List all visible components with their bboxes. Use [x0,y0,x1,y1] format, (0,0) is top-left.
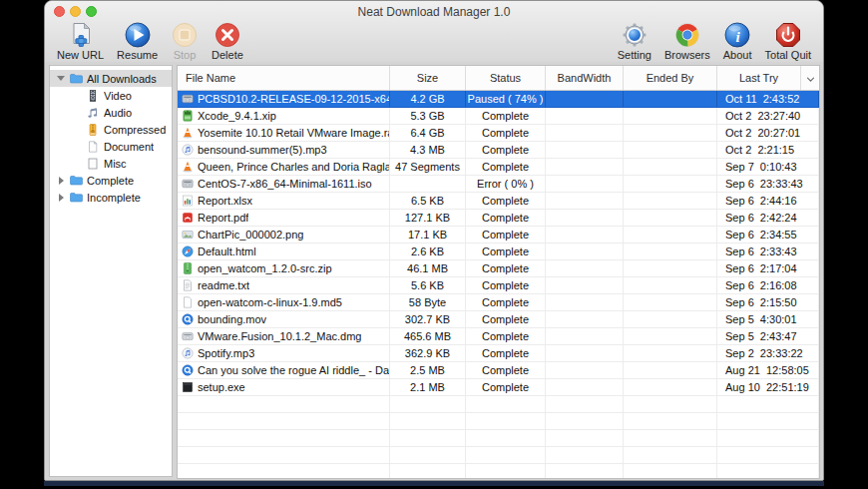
table-row[interactable]: open-watcom-c-linux-1.9.md558 ByteComple… [178,294,819,311]
column-header-label: Size [417,72,438,84]
table-row[interactable]: CentOS-7-x86_64-Minimal-1611.isoError ( … [178,176,819,193]
empty-cell [178,396,390,412]
size-cell: 4.3 MB [390,142,466,158]
table-row[interactable]: Report.pdf127.1 KBCompleteSep 6 2:42:24 [178,210,819,227]
vlc-cone-icon [182,127,194,139]
empty-row [178,447,819,464]
file-name-cell: open-watcom-c-linux-1.9.md5 [178,294,390,310]
size-cell: 46.1 MB [390,260,466,276]
bandwidth-cell [546,125,624,141]
empty-row [178,413,819,430]
table-row[interactable]: Queen, Prince Charles and Doria Ragland … [178,159,819,176]
file-name-cell: Can you solve the rogue AI riddle_ - Dan… [178,362,390,378]
table-row[interactable]: Default.html2.6 KBCompleteSep 6 2:33:43 [178,244,819,260]
file-name-label: ChartPic_000002.png [198,229,303,241]
last-try-cell: Sep 6 2:16:08 [717,277,819,293]
cell-value: Sep 6 2:17:04 [725,262,797,274]
title-bar[interactable]: Neat Download Manager 1.0 [45,1,823,20]
sidebar-item-video[interactable]: Video [50,87,172,104]
empty-cell [390,413,466,429]
file-name-label: PCBSD10.2-RELEASE-09-12-2015-x64-DV [198,93,389,105]
sidebar-item-document[interactable]: Document [50,138,172,155]
ended-by-cell [624,159,717,175]
header-options-button[interactable] [801,66,819,90]
table-row[interactable]: Yosemite 10.10 Retail VMware Image.rar6.… [178,125,819,142]
empty-cell [624,396,717,412]
sidebar-item-complete[interactable]: Complete [50,172,172,189]
music-note-icon [87,107,100,119]
table-body: PCBSD10.2-RELEASE-09-12-2015-x64-DV4.2 G… [178,91,819,479]
disclosure-triangle[interactable] [56,193,66,203]
last-try-cell: Aug 10 22:51:19 [717,379,819,395]
empty-row [178,464,819,479]
stop-icon [171,21,199,49]
toolbar-button-browsers[interactable]: Browsers [664,21,710,61]
column-header-status[interactable]: Status [466,66,546,90]
last-try-cell: Sep 6 2:42:24 [717,210,819,226]
column-header-ended-by[interactable]: Ended By [624,66,717,90]
table-row[interactable]: readme.txt5.6 KBCompleteSep 6 2:16:08 [178,277,819,294]
toolbar-button-label: Resume [117,49,158,61]
empty-cell [390,464,466,479]
toolbar-button-stop[interactable]: Stop [171,21,199,61]
toolbar-button-label: Browsers [664,49,710,61]
table-row[interactable]: open_watcom_1.2.0-src.zip46.1 MBComplete… [178,260,819,277]
document-icon [87,141,100,153]
sidebar-item-compressed[interactable]: Compressed [50,121,172,138]
sidebar-item-audio[interactable]: Audio [50,104,172,121]
sidebar-item-label: Misc [104,158,127,170]
minimize-window-button[interactable] [70,6,81,17]
table-row[interactable]: Report.xlsx6.5 KBCompleteSep 6 2:44:16 [178,193,819,210]
last-try-cell: Oct 11 2:43:52 [717,91,819,107]
close-window-button[interactable] [54,6,65,17]
cell-value: 58 Byte [409,296,446,308]
toolbar-button-resume[interactable]: Resume [117,21,158,61]
sidebar-item-all-downloads[interactable]: All Downloads [50,70,172,87]
last-try-cell: Oct 2 2:21:15 [717,142,819,158]
bandwidth-cell [546,328,624,344]
column-header-size[interactable]: Size [390,66,466,90]
window-chrome: Neat Download Manager 1.0 New URLResumeS… [45,1,823,63]
column-header-last-try[interactable]: Last Try [717,66,801,90]
folder-icon [70,192,83,204]
file-name-label: Queen, Prince Charles and Doria Ragland … [198,161,389,173]
file-name-label: readme.txt [198,279,249,291]
ended-by-cell [624,362,717,378]
table-row[interactable]: ChartPic_000002.png17.1 KBCompleteSep 6 … [178,227,819,244]
sidebar-item-label: Incomplete [87,192,141,204]
empty-cell [624,430,717,446]
table-row[interactable]: PCBSD10.2-RELEASE-09-12-2015-x64-DV4.2 G… [178,91,819,108]
table-row[interactable]: bounding.mov302.7 KBCompleteSep 5 4:30:0… [178,311,819,328]
sidebar-item-incomplete[interactable]: Incomplete [50,189,172,206]
table-row[interactable]: VMware.Fusion_10.1.2_Mac.dmg465.6 MBComp… [178,328,819,345]
toolbar-button-about[interactable]: iAbout [723,21,752,61]
toolbar-button-delete[interactable]: Delete [212,21,243,61]
xip-archive-icon [182,110,194,122]
toolbar-button-total-quit[interactable]: Total Quit [765,21,811,61]
table-row[interactable]: bensound-summer(5).mp34.3 MBCompleteOct … [178,142,819,159]
zoom-window-button[interactable] [86,6,97,17]
file-name-label: Yosemite 10.10 Retail VMware Image.rar [198,127,389,139]
disclosure-triangle[interactable] [56,176,66,186]
table-row[interactable]: setup.exe2.1 MBCompleteAug 10 22:51:19 [178,379,819,396]
bandwidth-cell [546,362,624,378]
toolbar-button-new-url[interactable]: New URL [57,21,104,61]
size-cell [390,176,466,192]
file-name-label: bensound-summer(5).mp3 [198,144,327,156]
sidebar-item-misc[interactable]: Misc [50,155,172,172]
file-name-cell: Yosemite 10.10 Retail VMware Image.rar [178,125,390,141]
ended-by-cell [624,125,717,141]
size-cell: 4.2 GB [390,91,466,107]
column-header-bandwidth[interactable]: BandWidth [546,66,624,90]
file-name-cell: Queen, Prince Charles and Doria Ragland … [178,159,390,175]
table-row[interactable]: Spotify.mp3362.9 KBCompleteSep 2 23:33:2… [178,345,819,362]
toolbar-button-setting[interactable]: Setting [618,21,651,61]
disclosure-triangle[interactable] [56,74,66,84]
table-row[interactable]: Can you solve the rogue AI riddle_ - Dan… [178,362,819,379]
column-header-label: Status [490,72,521,84]
column-header-file-name[interactable]: File Name [178,66,390,90]
cell-value: Complete [482,381,529,393]
table-row[interactable]: Xcode_9.4.1.xip5.3 GBCompleteOct 2 23:27… [178,108,819,125]
toolbar-button-label: Delete [212,49,243,61]
empty-cell [546,464,624,479]
